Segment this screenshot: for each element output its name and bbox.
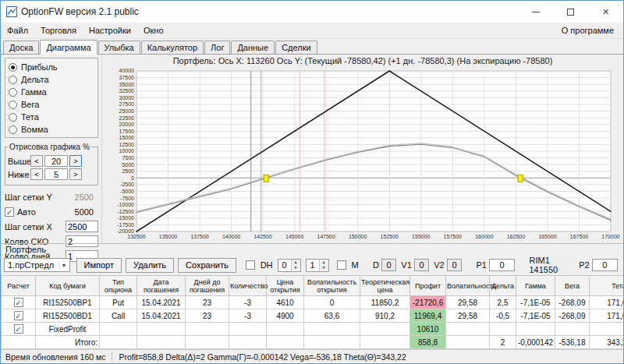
svg-text:140000: 140000 [222,234,240,239]
cell-1-4: 23 [186,296,229,309]
spin-down-icon[interactable]: ▼ [320,265,328,270]
grid-x-label: Шаг сетки X [5,222,66,231]
radio-label: Дельта [21,75,49,84]
p1-value[interactable]: 0 [489,259,515,271]
dh-spinner-2[interactable]: 1 ▲▼ [306,259,329,272]
tab-7[interactable]: Сделки [275,41,317,54]
column-header-7[interactable]: Цена открытия [267,276,304,296]
below-increment-button[interactable]: > [69,168,82,180]
spin-up-icon[interactable]: ▲ [292,260,300,265]
radio-icon[interactable] [9,88,17,97]
import-button[interactable]: Импорт [76,258,122,273]
tab-6[interactable]: Данные [231,41,275,54]
radio-icon[interactable] [9,113,17,122]
menu-about[interactable]: О программе [555,23,620,37]
column-header-5[interactable]: Дней до погашения [186,276,229,296]
menu-item-4[interactable]: Окно [137,23,170,37]
svg-text:-15000: -15000 [117,215,134,221]
cell-1-13: -268,09 [555,296,590,309]
menu-item-3[interactable]: Настройки [83,23,137,37]
rim1-label: RIM1 141550 [530,256,575,274]
status-separator [112,352,112,362]
cell-4-3 [137,336,186,349]
m-checkbox[interactable] [337,260,346,270]
column-header-13[interactable]: Гамма [516,276,555,296]
svg-text:-2500: -2500 [120,182,134,187]
tab-3[interactable]: Улыбка [98,41,140,54]
cell-2-9: 11969,4 [410,309,446,323]
column-header-15[interactable]: Тета [590,276,624,296]
column-header-2[interactable]: Код бумаги [36,276,100,296]
spin-down-icon[interactable]: ▼ [292,265,300,270]
menu-item-2[interactable]: Торговля [34,23,83,37]
portfolio-select[interactable]: 1.прСтредл ▼ [4,258,70,272]
p2-value[interactable]: 0 [592,259,618,271]
v2-value[interactable]: 0 [447,259,462,271]
delete-button[interactable]: Удалить [126,258,174,273]
below-value[interactable]: 5 [44,168,68,180]
cell-2-5: -3 [229,309,267,323]
plot-mode-option-4[interactable]: Вега [9,98,96,111]
column-header-3[interactable]: Тип опциона [100,276,137,296]
above-increment-button[interactable]: > [69,155,82,167]
column-header-6[interactable]: Количество [229,276,267,296]
dh-checkbox[interactable] [246,260,255,270]
row-select-cell [2,336,36,349]
radio-icon[interactable] [9,63,17,72]
row-checkbox[interactable]: ✓ [14,298,23,307]
row-checkbox[interactable]: ✓ [14,311,23,320]
column-header-12[interactable]: Дельта [490,276,516,296]
column-header-4[interactable]: Дата погашения [137,276,186,296]
radio-icon[interactable] [9,101,17,109]
plot-mode-option-3[interactable]: Гамма [9,86,96,98]
radio-icon[interactable] [9,125,17,134]
tab-4[interactable]: Калькулятор [141,41,204,54]
auto-checkbox[interactable]: ✓ [5,207,14,217]
plot-mode-option-1[interactable]: Прибыль [9,61,96,73]
spin-up-icon[interactable]: ▲ [320,260,328,265]
plot-mode-option-5[interactable]: Тета [9,111,96,123]
below-decrement-button[interactable]: < [30,168,43,180]
minimize-button[interactable] [518,1,553,23]
close-button[interactable]: ✕ [588,1,623,23]
menu-item-1[interactable]: Файл [1,23,34,37]
p1-label: P1 [476,260,486,270]
radio-label: Прибыль [21,62,58,72]
dh-spinner-1[interactable]: 0 ▲▼ [278,259,301,272]
cell-3-12 [516,323,555,336]
plot-mode-option-2[interactable]: Дельта [9,73,96,86]
tab-5[interactable]: Лог [204,41,230,54]
maximize-button[interactable] [553,1,588,23]
cell-1-12: -7,1E-05 [516,296,555,309]
v1-value[interactable]: 0 [414,259,429,271]
d-value[interactable]: 0 [381,259,396,271]
auto-grid-value: 5000 [75,207,94,217]
svg-text:-10000: -10000 [117,202,134,207]
cell-1-9: -21720,6 [410,296,446,309]
svg-text:135000: 135000 [159,234,177,239]
column-header-14[interactable]: Вега [555,276,590,296]
column-header-9[interactable]: Теоретическая цена [360,276,410,296]
column-header-11[interactable]: Волатильность [446,276,490,296]
row-checkbox[interactable]: ✓ [14,324,23,334]
cell-4-1: Итого: [36,336,100,349]
tab-2[interactable]: Диаграмма [40,40,97,55]
column-header-10[interactable]: Профит [410,276,446,296]
above-value[interactable]: 20 [44,155,68,167]
cell-1-6: 4610 [267,296,304,309]
grid-x-input[interactable] [66,221,98,232]
save-button[interactable]: Сохранить [178,258,236,273]
cell-2-14: 171,61 [590,309,624,323]
plot-mode-option-6[interactable]: Вомма [9,123,96,136]
above-decrement-button[interactable]: < [30,155,43,167]
cell-1-11: 2,5 [490,296,516,309]
cell-2-11: -0,5 [490,309,516,323]
chart-area: Портфель: Ось X: 113260 Ось Y: (Текущий … [102,55,623,243]
column-header-8[interactable]: Волатильность открытия [304,276,360,296]
dh-label: DH [261,260,273,270]
column-header-1[interactable]: Расчет [2,276,36,296]
tab-1[interactable]: Доска [3,41,39,54]
cell-4-5 [229,336,267,349]
svg-text:37500: 37500 [119,75,135,80]
radio-icon[interactable] [9,76,17,84]
